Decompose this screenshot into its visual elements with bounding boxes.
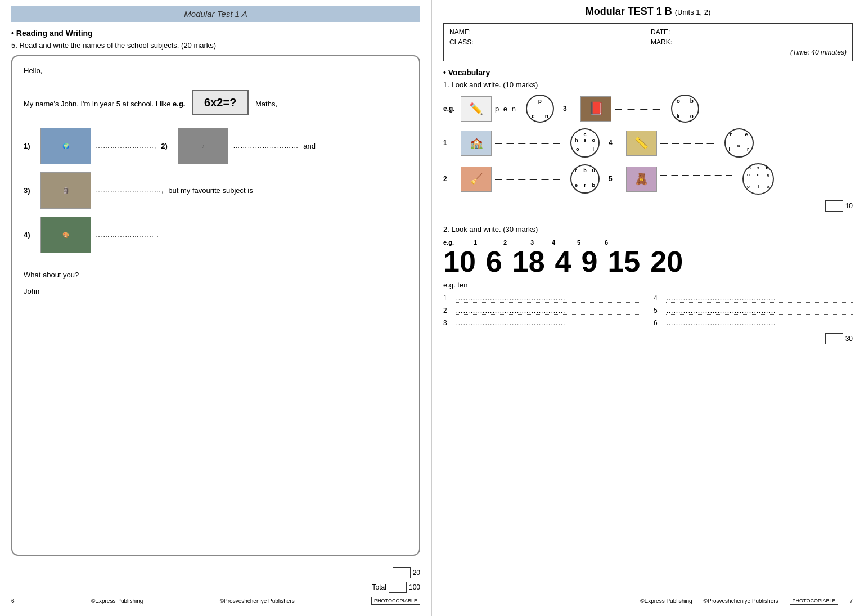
vocab-1: 1 🏫 — — — — — — bbox=[443, 131, 561, 156]
dots-1: ……………………, bbox=[96, 142, 156, 150]
photo-art: 🎨 bbox=[40, 217, 91, 253]
reading-writing-title: Reading and Writing bbox=[11, 29, 420, 38]
date-dots bbox=[672, 34, 847, 34]
img-pen: ✏️ bbox=[461, 96, 492, 122]
score-row-20: 20 bbox=[11, 567, 420, 578]
closing-2: John bbox=[24, 286, 408, 298]
closing-1: What about you? bbox=[24, 269, 408, 281]
q2-title: 2. Look and write. (30 marks) bbox=[443, 225, 853, 233]
item-row-1-2: 1) 🌍 ……………………, 2) ♪ ……………………… and bbox=[24, 128, 408, 164]
score-area-10: 10 bbox=[443, 200, 853, 212]
vocab-row-3: 2 🧹 — — — — — — r b u e r b 5 🧸 — — — — … bbox=[443, 163, 853, 195]
class-field: CLASS: bbox=[449, 38, 645, 46]
score-30-input bbox=[825, 333, 843, 344]
item-label-4: 4) bbox=[24, 231, 36, 239]
vocab-row-2: 1 🏫 — — — — — — c h s o o l 4 📏 — — — — … bbox=[443, 128, 853, 158]
name-date-box: NAME: DATE: CLASS: MARK: (Time: 40 minut… bbox=[443, 23, 853, 61]
circle-pen: p e n bbox=[526, 95, 554, 123]
right-page: Modular TEST 1 B (Units 1, 2) NAME: DATE… bbox=[432, 0, 864, 616]
left-footer: 6 ©Express Publishing ©Prosveshcheniye P… bbox=[11, 593, 420, 605]
and-text: and bbox=[303, 142, 316, 150]
circle-eraser: r b u e r b bbox=[570, 164, 600, 194]
vocab-eg: e.g. ✏️ p e n bbox=[443, 96, 517, 122]
reading-card: Hello, My name's John. I'm in year 5 at … bbox=[11, 55, 420, 556]
write-item-1: 1 ……………………………………… bbox=[443, 294, 642, 303]
item-label-3: 3) bbox=[24, 186, 36, 195]
score-10-input bbox=[825, 200, 843, 212]
name-field: NAME: bbox=[449, 28, 645, 36]
score-30-box: 30 bbox=[825, 333, 853, 344]
write-item-6: 6 ……………………………………… bbox=[654, 318, 853, 327]
item-row-3: 3) 🗿 ………………………, but my favourite subject… bbox=[24, 172, 408, 209]
time-note: (Time: 40 minutes) bbox=[651, 48, 847, 56]
numbers-section: 2. Look and write. (30 marks) e.g. 1 2 3… bbox=[443, 225, 853, 344]
big-numbers-row: 10 6 18 4 9 15 20 bbox=[443, 247, 853, 276]
intro-text: My name's John. I'm in year 5 at school.… bbox=[24, 90, 408, 115]
img-school: 🏫 bbox=[461, 131, 492, 156]
right-footer: ©Express Publishing ©Prosveshcheniye Pub… bbox=[443, 593, 853, 605]
name-dots bbox=[473, 34, 645, 34]
photo-earth: 🌍 bbox=[40, 128, 91, 164]
photo-stones: 🗿 bbox=[40, 172, 91, 209]
write-lines-grid: 1 ……………………………………… 4 ……………………………………… 2 ……… bbox=[443, 294, 853, 327]
score-area-30: 30 bbox=[443, 333, 853, 344]
eg-ten: e.g. ten bbox=[443, 281, 853, 289]
mark-dots bbox=[674, 44, 847, 44]
circle-school: c h s o o l bbox=[570, 128, 600, 158]
left-header: Modular Test 1 A bbox=[11, 6, 420, 22]
write-item-3: 3 ……………………………………… bbox=[443, 318, 642, 327]
img-book: 📕 bbox=[580, 96, 611, 122]
dots-4: …………………… . bbox=[96, 231, 159, 239]
img-eraser: 🧹 bbox=[461, 167, 492, 192]
vocab-row-1: e.g. ✏️ p e n p e n 3 📕 — — — — o b bbox=[443, 95, 853, 123]
total-row: Total 100 bbox=[11, 582, 420, 593]
write-item-5: 5 ……………………………………… bbox=[654, 306, 853, 315]
photocopiable-badge-right: PHOTOCOPIABLE bbox=[790, 597, 839, 605]
total-score-box: Total 100 bbox=[372, 582, 420, 593]
num-labels-row: e.g. 1 2 3 4 5 6 bbox=[443, 239, 853, 246]
score-10-box: 10 bbox=[825, 200, 853, 212]
write-item-2: 2 ……………………………………… bbox=[443, 306, 642, 315]
photocopiable-badge-left: PHOTOCOPIABLE bbox=[371, 597, 420, 605]
vocabulary-section: Vocabulary 1. Look and write. (10 marks)… bbox=[443, 68, 853, 212]
eg-box: 6x2=? bbox=[192, 90, 249, 115]
circle-ruler: r e l u r bbox=[724, 128, 754, 158]
right-header: Modular TEST 1 B (Units 1, 2) bbox=[443, 6, 853, 17]
left-page: Modular Test 1 A Reading and Writing 5. … bbox=[0, 0, 432, 616]
dots-3: ………………………, bbox=[96, 186, 164, 194]
img-toy: 🧸 bbox=[626, 167, 657, 192]
vocab-4: 4 📏 — — — — — bbox=[609, 131, 715, 156]
mark-field: MARK: bbox=[651, 38, 847, 46]
date-field: DATE: bbox=[651, 28, 847, 36]
class-dots bbox=[476, 44, 645, 44]
photo-music: ♪ bbox=[178, 128, 228, 164]
vocab-2: 2 🧹 — — — — — — bbox=[443, 167, 561, 192]
vocab-3: 3 📕 — — — — bbox=[563, 96, 662, 122]
score-20-input bbox=[393, 567, 411, 578]
hello-text: Hello, bbox=[24, 65, 408, 77]
vocab-title: Vocabulary bbox=[443, 68, 853, 77]
item-label-1: 1) bbox=[24, 142, 36, 150]
img-ruler: 📏 bbox=[626, 131, 657, 156]
circle-toy: h s b o c g o l a bbox=[742, 163, 774, 195]
question-5: 5. Read and write the names of the schoo… bbox=[11, 41, 420, 50]
total-score-input bbox=[389, 582, 407, 593]
vocab-5: 5 🧸 — — — — — — —— — — bbox=[609, 167, 734, 192]
dots-2: ……………………… bbox=[233, 142, 299, 150]
item-label-2: 2) bbox=[161, 142, 173, 150]
write-item-4: 4 ……………………………………… bbox=[654, 294, 853, 303]
item-row-4: 4) 🎨 …………………… . bbox=[24, 217, 408, 253]
circle-book: o b k o bbox=[671, 95, 699, 123]
score-20-box: 20 bbox=[393, 567, 420, 578]
q1-title: 1. Look and write. (10 marks) bbox=[443, 80, 853, 89]
suffix-3: but my favourite subject is bbox=[168, 186, 253, 195]
